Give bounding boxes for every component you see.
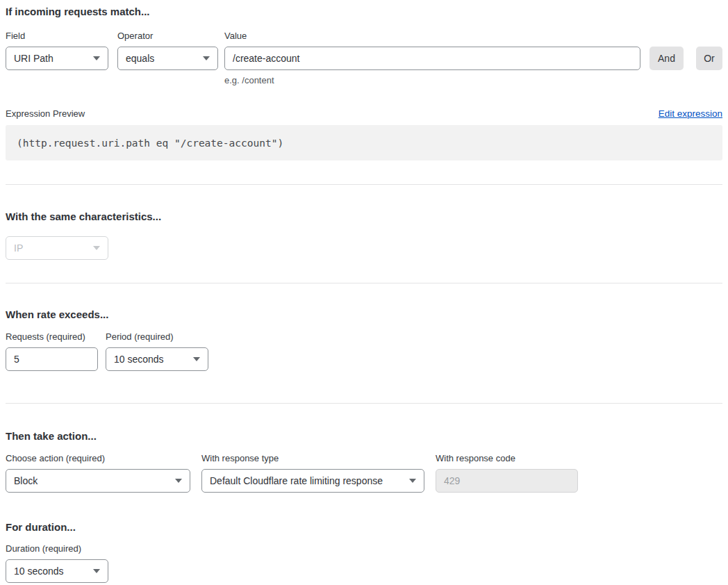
expression-preview-code: (http.request.uri.path eq "/create-accou… (6, 125, 722, 160)
rate-section-title: When rate exceeds... (6, 308, 722, 321)
operator-group: Operator equals (117, 31, 218, 70)
duration-select-value: 10 seconds (14, 566, 64, 577)
requests-label: Requests (required) (6, 331, 98, 343)
choose-action-label: Choose action (required) (6, 453, 190, 464)
operator-label: Operator (117, 31, 218, 42)
field-select[interactable]: URI Path (6, 47, 108, 70)
match-rule-row: Field URI Path Operator equals Value e.g… (6, 31, 722, 85)
characteristics-section-title: With the same characteristics... (6, 211, 722, 223)
section-divider (6, 403, 722, 404)
value-label: Value (224, 31, 640, 42)
response-type-select-value: Default Cloudflare rate limiting respons… (210, 475, 383, 486)
section-divider (6, 283, 722, 283)
characteristics-select-value: IP (14, 242, 23, 254)
field-label: Field (6, 31, 108, 42)
duration-label: Duration (required) (6, 543, 722, 554)
or-button[interactable]: Or (696, 47, 722, 70)
requests-group: Requests (required) (6, 331, 98, 371)
characteristics-select: IP (6, 236, 108, 260)
response-code-group: With response code (436, 453, 578, 493)
chevron-down-icon (93, 246, 100, 250)
duration-select[interactable]: 10 seconds (6, 559, 108, 583)
and-button[interactable]: And (650, 47, 684, 70)
rate-row: Requests (required) Period (required) 10… (6, 331, 722, 371)
chevron-down-icon (203, 56, 210, 60)
chevron-down-icon (93, 569, 100, 573)
chevron-down-icon (409, 479, 416, 483)
choose-action-select-value: Block (14, 475, 38, 486)
duration-section-title: For duration... (6, 521, 722, 534)
match-section-title: If incoming requests match... (6, 6, 722, 18)
period-group: Period (required) 10 seconds (106, 331, 208, 371)
and-or-group: And Or (640, 31, 722, 70)
chevron-down-icon (175, 479, 182, 483)
field-group: Field URI Path (6, 31, 108, 70)
field-select-value: URI Path (14, 53, 53, 64)
choose-action-select[interactable]: Block (6, 469, 190, 493)
expression-preview-label: Expression Preview (6, 108, 85, 119)
duration-group: Duration (required) 10 seconds (6, 543, 722, 583)
period-select[interactable]: 10 seconds (106, 347, 208, 371)
response-type-group: With response type Default Cloudflare ra… (201, 453, 424, 493)
response-type-label: With response type (201, 453, 424, 464)
value-hint: e.g. /content (224, 75, 640, 85)
response-code-input (436, 469, 578, 493)
action-section-title: Then take action... (6, 430, 722, 443)
response-type-select[interactable]: Default Cloudflare rate limiting respons… (201, 469, 424, 493)
period-select-value: 10 seconds (114, 354, 164, 365)
section-divider (6, 184, 722, 185)
operator-select[interactable]: equals (117, 47, 218, 70)
value-group: Value e.g. /content (224, 31, 640, 85)
edit-expression-link[interactable]: Edit expression (659, 108, 722, 119)
chevron-down-icon (93, 56, 100, 60)
chevron-down-icon (193, 357, 200, 361)
period-label: Period (required) (106, 331, 208, 343)
choose-action-group: Choose action (required) Block (6, 453, 190, 493)
response-code-label: With response code (436, 453, 578, 464)
action-row: Choose action (required) Block With resp… (6, 453, 722, 493)
requests-input[interactable] (6, 347, 98, 371)
characteristics-row: IP (6, 236, 722, 260)
operator-select-value: equals (126, 53, 154, 64)
expression-preview-header: Expression Preview Edit expression (6, 108, 722, 119)
value-input[interactable] (224, 47, 640, 70)
